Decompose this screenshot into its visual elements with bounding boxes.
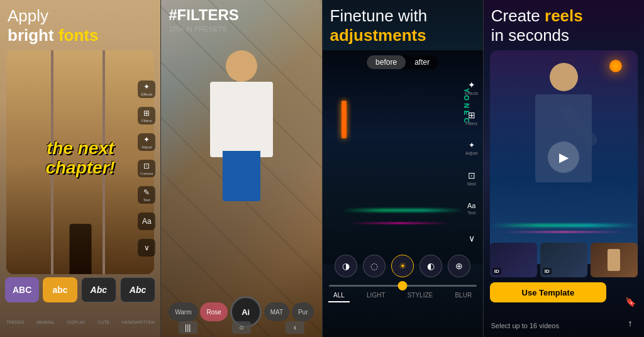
nav-home[interactable]: ○ [232, 321, 251, 334]
chevron-down-icon[interactable]: ∨ [138, 239, 155, 257]
thumbnail-strip: ID ID [490, 243, 638, 277]
ft-more[interactable]: ∨ [464, 226, 480, 250]
tool-sharpen[interactable]: ⊕ [448, 255, 470, 277]
street-scene-image: the next chapter! [6, 50, 154, 274]
thumb-1-label: ID [492, 268, 501, 275]
thumb-3-person-figure [608, 249, 620, 271]
tab-all[interactable]: ALL [328, 289, 350, 302]
neon-green-line [341, 209, 464, 211]
panel-fonts-title-line1: Apply [8, 6, 153, 26]
thumb-3-person [591, 243, 638, 277]
after-button[interactable]: after [406, 55, 438, 69]
filters-title: #FILTERS [169, 6, 239, 24]
filters-header: #FILTERS 100+ AI PRESETS [169, 6, 239, 33]
filter-mat[interactable]: MAT [264, 302, 289, 321]
label-display: DISPLAY [67, 320, 86, 324]
before-button[interactable]: before [367, 55, 406, 69]
finetune-title-1: Finetune with [330, 6, 428, 26]
filter-warm[interactable]: Warm [169, 302, 197, 321]
thumb-2-label: ID [543, 268, 552, 275]
bottom-nav: ||| ○ ‹ [161, 321, 321, 334]
reels-title-row2: in seconds [491, 26, 636, 45]
tool-contrast[interactable]: ◑ [335, 255, 357, 277]
label-cute: CUTE [97, 320, 109, 324]
use-template-button[interactable]: Use Template [490, 282, 606, 302]
person-body [201, 50, 282, 239]
adjustment-tabs: ALL LIGHT STYLIZE BLUR [323, 289, 483, 302]
effects-icon[interactable]: ✦ Effects [138, 80, 155, 98]
traffic-light [341, 101, 347, 138]
person-shirt [210, 82, 273, 157]
text-icon[interactable]: ✎ Text [138, 186, 155, 204]
tool-shadow[interactable]: ◐ [419, 255, 442, 277]
neon-pink-line [348, 223, 452, 224]
person-head [226, 50, 257, 82]
title-fonts: fonts [58, 26, 99, 45]
person-silhouette [69, 224, 91, 274]
reels-header: Create reels in seconds [491, 6, 636, 45]
ft-effects[interactable]: ✦ Effects [464, 75, 480, 99]
panel-fonts-title-line2: bright fonts [8, 26, 153, 45]
panel-finetune: YONEC Finetune with adjustments before a… [322, 0, 483, 337]
thumb-1[interactable]: ID [490, 243, 537, 277]
bookmark-icon[interactable]: 🔖 [623, 294, 638, 309]
neon-effect-1 [490, 224, 638, 226]
canvas-icon[interactable]: ⊡ Canvas [138, 160, 155, 177]
label-trends: TRENDS [6, 320, 25, 324]
finetune-title-2: adjustments [330, 26, 428, 45]
nav-menu[interactable]: ||| [179, 321, 197, 334]
tool-saturation[interactable]: ◌ [363, 255, 386, 277]
light-orb [609, 60, 622, 72]
font-aa-icon[interactable]: Aa [138, 213, 155, 230]
label-handwritten: HANDWRITTEN [122, 320, 155, 324]
panel-reels: Create reels in seconds ▶ ID ID [483, 0, 644, 337]
ft-text[interactable]: Aa Text [464, 196, 480, 220]
title-bright: bright [8, 26, 58, 45]
city-bg: YONEC [323, 50, 483, 264]
panel-filters: #FILTERS 100+ AI PRESETS Warm Rose Ai MA… [160, 0, 321, 337]
filters-subtitle: 100+ AI PRESETS [169, 25, 239, 33]
text-overlay: the next chapter! [43, 139, 118, 178]
font-option-trends[interactable]: ABC [5, 277, 39, 302]
city-overlay [323, 50, 483, 264]
thumb-3[interactable] [591, 243, 638, 277]
share-icon[interactable]: ↑ [623, 316, 638, 331]
font-category-labels: TRENDS MINIMAL DISPLAY CUTE HANDWRITTEN [0, 320, 160, 324]
reels-title-row1: Create reels [491, 6, 636, 26]
panel-fonts: Apply bright fonts the next chapter! ✦ E… [0, 0, 160, 337]
font-option-display[interactable]: Abc [81, 277, 116, 302]
ft-adjust[interactable]: ✦ Adjust [464, 136, 480, 160]
thumb-2[interactable]: ID [540, 243, 587, 277]
ft-canvas[interactable]: ⊡ Mod [464, 166, 480, 190]
adjust-icon[interactable]: ✦ Adjust [138, 133, 155, 151]
overlay-text: the next chapter! [43, 139, 118, 178]
reels-video-preview: ▶ [490, 50, 638, 264]
font-option-cute[interactable]: Abc [120, 277, 155, 302]
nav-back[interactable]: ‹ [286, 321, 304, 334]
finetune-header: Finetune with adjustments [330, 6, 428, 45]
reels-bottom-icons: 🔖 ↑ [623, 294, 638, 331]
adjustment-tools: ◑ ◌ ☀ ◐ ⊕ [323, 255, 483, 277]
filter-pur[interactable]: Pur [292, 302, 314, 321]
reels-head [550, 63, 578, 91]
ft-filters[interactable]: ⊞ Filters [464, 106, 480, 130]
finetune-sidebar: ✦ Effects ⊞ Filters ✦ Adjust ⊡ Mod Aa Te… [464, 75, 480, 250]
panel-fonts-header: Apply bright fonts [8, 6, 153, 45]
filters-bg-image [161, 0, 321, 337]
tab-light[interactable]: LIGHT [362, 289, 390, 302]
filter-rose[interactable]: Rose [200, 302, 227, 321]
reels-accent-label: reels [545, 6, 583, 25]
tab-blur[interactable]: BLUR [450, 289, 477, 302]
tool-brightness[interactable]: ☀ [391, 255, 414, 277]
filters-icon[interactable]: ⊞ Filters [138, 107, 155, 124]
font-option-minimal[interactable]: abc [43, 277, 77, 302]
reels-create-label: Create [491, 6, 545, 25]
sidebar-tools: ✦ Effects ⊞ Filters ✦ Adjust ⊡ Canvas ✎ … [138, 80, 155, 257]
adjustment-slider[interactable] [329, 285, 477, 287]
before-after-toggle: before after [367, 55, 438, 69]
font-options-bar: ABC abc Abc Abc [5, 277, 155, 302]
reels-select-text: Select up to 16 videos [491, 322, 559, 329]
person-pants-left [223, 151, 260, 201]
tab-stylize[interactable]: STYLIZE [402, 289, 438, 302]
label-minimal: MINIMAL [36, 320, 55, 324]
